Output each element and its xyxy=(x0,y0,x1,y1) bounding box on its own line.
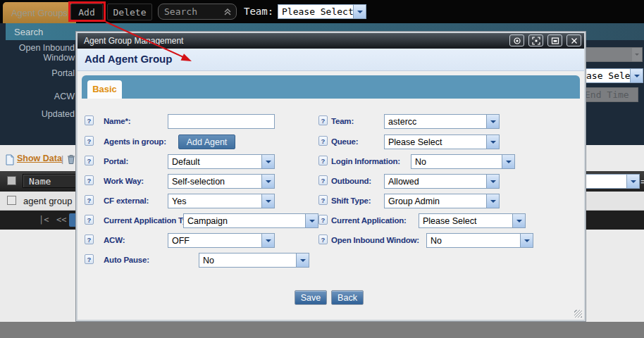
dialog-tabstrip: Basic xyxy=(82,75,580,99)
portal-select-fragment[interactable]: ase Select xyxy=(582,68,643,83)
current-application-value: Please Select xyxy=(419,216,512,226)
portal-select[interactable]: Default xyxy=(168,154,275,169)
portal-label: Portal: xyxy=(104,154,128,169)
chevron-down-icon xyxy=(486,175,499,188)
help-icon[interactable]: ? xyxy=(85,254,94,264)
back-button[interactable]: Back xyxy=(331,290,364,305)
help-icon[interactable]: ? xyxy=(318,215,328,225)
auto-pause-label: Auto Pause: xyxy=(104,253,149,268)
help-icon[interactable]: ? xyxy=(85,136,94,146)
close-icon[interactable] xyxy=(566,35,581,46)
search-panel-title: Search xyxy=(6,27,43,37)
first-page-button[interactable]: |< xyxy=(39,215,49,225)
chevron-down-icon xyxy=(486,115,499,128)
chevron-down-icon xyxy=(512,214,525,227)
row-checkbox[interactable] xyxy=(7,196,16,205)
help-icon[interactable]: ? xyxy=(318,234,328,244)
window-controls xyxy=(509,35,581,46)
resize-grip[interactable] xyxy=(574,310,582,318)
queue-select[interactable]: Please Select xyxy=(384,134,500,149)
current-application-select[interactable]: Please Select xyxy=(419,213,526,228)
help-icon[interactable]: ? xyxy=(318,195,328,205)
help-icon[interactable]: ? xyxy=(85,215,94,225)
open-inbound-window-label: Open Inbound Window: xyxy=(331,233,419,248)
tab-agent-groups[interactable]: Agent Groups xyxy=(3,2,76,23)
shift-type-select[interactable]: Group Admin xyxy=(384,194,500,208)
cf-external-value: Yes xyxy=(168,196,261,206)
chevron-down-icon xyxy=(261,155,274,168)
open-inbound-window-label: Open Inbound Window xyxy=(1,43,75,63)
column-filter-select[interactable] xyxy=(582,174,640,189)
chevron-down-icon xyxy=(630,69,643,82)
auto-pause-select[interactable]: No xyxy=(199,253,309,268)
chevron-down-icon xyxy=(632,48,642,61)
team-filter-select[interactable]: Please Select xyxy=(278,4,366,19)
login-information-select[interactable]: No xyxy=(411,154,515,169)
divider: | xyxy=(61,154,63,164)
help-icon[interactable]: ? xyxy=(85,115,94,125)
chevron-down-icon xyxy=(305,214,318,227)
select-all-checkbox[interactable] xyxy=(7,176,16,185)
dialog-heading-band: Add Agent Group xyxy=(78,49,584,71)
agent-group-dialog: Agent Group Management Add Agent Group xyxy=(76,32,586,321)
search-input[interactable] xyxy=(159,6,223,18)
outbound-select[interactable]: Allowed xyxy=(384,174,500,189)
help-icon[interactable]: ? xyxy=(318,175,328,185)
delete-button[interactable]: Delete xyxy=(107,4,152,20)
team-label: Team: xyxy=(331,114,354,129)
cf-external-label: CF external: xyxy=(104,194,149,208)
work-way-value: Self-selection xyxy=(168,177,261,187)
help-icon[interactable]: ? xyxy=(85,156,94,165)
collapse-chevrons-icon[interactable] xyxy=(223,8,232,16)
disabled-select-fragment[interactable] xyxy=(582,47,643,62)
help-icon[interactable]: ? xyxy=(85,195,94,205)
work-way-select[interactable]: Self-selection xyxy=(168,174,275,189)
filter-equals: = xyxy=(640,175,644,188)
acw-label: ACW: xyxy=(104,233,125,248)
team-label: Team: xyxy=(244,6,273,17)
document-icon xyxy=(5,154,15,168)
queue-label: Queue: xyxy=(331,134,358,149)
current-application-label: Current Application: xyxy=(331,213,407,228)
help-icon[interactable]: ? xyxy=(85,234,94,244)
chevron-down-icon xyxy=(486,194,499,208)
cf-external-select[interactable]: Yes xyxy=(168,194,275,208)
name-label: Name*: xyxy=(104,114,130,129)
chevron-down-icon xyxy=(353,5,366,18)
end-time-input[interactable]: End Time xyxy=(582,87,638,102)
panel-edge xyxy=(0,23,6,40)
queue-value: Please Select xyxy=(385,137,486,147)
dialog-titlebar[interactable]: Agent Group Management xyxy=(78,33,584,49)
help-icon[interactable]: ? xyxy=(318,115,328,125)
restore-icon[interactable] xyxy=(547,35,562,46)
login-information-label: Login Information: xyxy=(331,154,400,169)
chevron-down-icon xyxy=(261,175,274,188)
help-icon[interactable]: ? xyxy=(318,156,328,165)
name-input[interactable] xyxy=(168,114,275,129)
show-data-link[interactable]: Show Data xyxy=(17,154,62,163)
help-icon[interactable]: ? xyxy=(85,175,94,185)
team-filter-value: Please Select xyxy=(278,6,353,17)
shade-icon[interactable] xyxy=(509,35,524,46)
agents-in-group-label: Agents in group: xyxy=(104,134,166,149)
screen: Agent Groups Add Delete Team: Please Sel… xyxy=(0,0,644,338)
tab-basic[interactable]: Basic xyxy=(87,80,122,99)
add-agent-button[interactable]: Add Agent xyxy=(178,134,235,149)
updated-label: Updated xyxy=(1,109,75,119)
open-inbound-window-select[interactable]: No xyxy=(426,233,533,248)
portal-value: Default xyxy=(168,157,261,167)
prev-page-button[interactable]: << xyxy=(56,215,66,225)
shift-type-value: Group Admin xyxy=(385,196,486,206)
maximize-icon[interactable] xyxy=(528,35,543,46)
chevron-down-icon xyxy=(261,194,274,208)
chevron-down-icon xyxy=(520,234,533,247)
acw-select[interactable]: OFF xyxy=(168,233,275,248)
team-value: astercc xyxy=(385,117,486,127)
trash-icon[interactable] xyxy=(66,154,76,168)
name-column-header[interactable]: Name xyxy=(23,174,78,188)
team-select[interactable]: astercc xyxy=(384,114,500,129)
footer-band xyxy=(0,322,644,338)
help-icon[interactable]: ? xyxy=(318,136,328,146)
current-application-type-select[interactable]: Campaign xyxy=(183,213,318,228)
save-button[interactable]: Save xyxy=(295,290,327,305)
